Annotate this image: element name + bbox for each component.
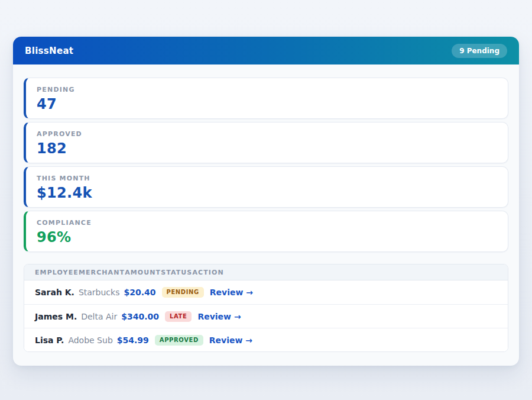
status-badge: LATE [165, 311, 192, 322]
stat-value: 47 [37, 96, 497, 112]
table-header-row: EMPLOYEE MERCHANT AMOUNT STATUS ACTION [24, 264, 508, 280]
stat-value: 182 [37, 140, 497, 157]
review-link[interactable]: Review → [209, 336, 252, 345]
table-row: Sarah K. Starbucks $20.40 PENDING Review… [24, 280, 508, 304]
col-header-amount: AMOUNT [125, 269, 161, 276]
pending-count-badge[interactable]: 9 Pending [452, 44, 507, 58]
stat-label: PENDING [37, 86, 497, 93]
col-header-status: STATUS [161, 269, 192, 276]
status-badge: PENDING [162, 287, 204, 298]
employee-name: Lisa P. [35, 336, 64, 345]
review-link[interactable]: Review → [210, 288, 253, 297]
stat-card-approved: APPROVED 182 [24, 122, 508, 163]
merchant-name: Starbucks [79, 288, 120, 297]
main-content: PENDING 47 APPROVED 182 THIS MONTH $12.4… [13, 64, 519, 366]
table-row: James M. Delta Air $340.00 LATE Review → [24, 304, 508, 328]
stat-value: $12.4k [37, 185, 497, 201]
employee-name: James M. [35, 312, 77, 321]
amount-value: $54.99 [117, 336, 149, 345]
stat-card-pending: PENDING 47 [24, 78, 508, 119]
stat-label: THIS MONTH [37, 175, 497, 182]
app-window: BlissNeat 9 Pending PENDING 47 APPROVED … [13, 37, 519, 366]
review-link[interactable]: Review → [197, 312, 241, 321]
col-header-employee: EMPLOYEE [35, 269, 79, 276]
app-title: BlissNeat [25, 46, 73, 56]
stat-card-compliance: COMPLIANCE 96% [24, 211, 508, 252]
amount-value: $20.40 [124, 288, 155, 297]
merchant-name: Adobe Sub [68, 336, 112, 345]
stat-label: APPROVED [37, 130, 497, 138]
expenses-table: EMPLOYEE MERCHANT AMOUNT STATUS ACTION S… [24, 264, 508, 352]
employee-name: Sarah K. [35, 288, 74, 297]
stat-label: COMPLIANCE [37, 219, 497, 227]
col-header-action: ACTION [192, 269, 223, 276]
app-header: BlissNeat 9 Pending [13, 37, 519, 64]
table-row: Lisa P. Adobe Sub $54.99 APPROVED Review… [24, 328, 508, 351]
stat-value: 96% [37, 229, 497, 246]
col-header-merchant: MERCHANT [79, 269, 125, 276]
amount-value: $340.00 [121, 312, 159, 321]
stat-card-this-month: THIS MONTH $12.4k [24, 166, 508, 208]
merchant-name: Delta Air [81, 312, 117, 321]
status-badge: APPROVED [155, 335, 203, 346]
